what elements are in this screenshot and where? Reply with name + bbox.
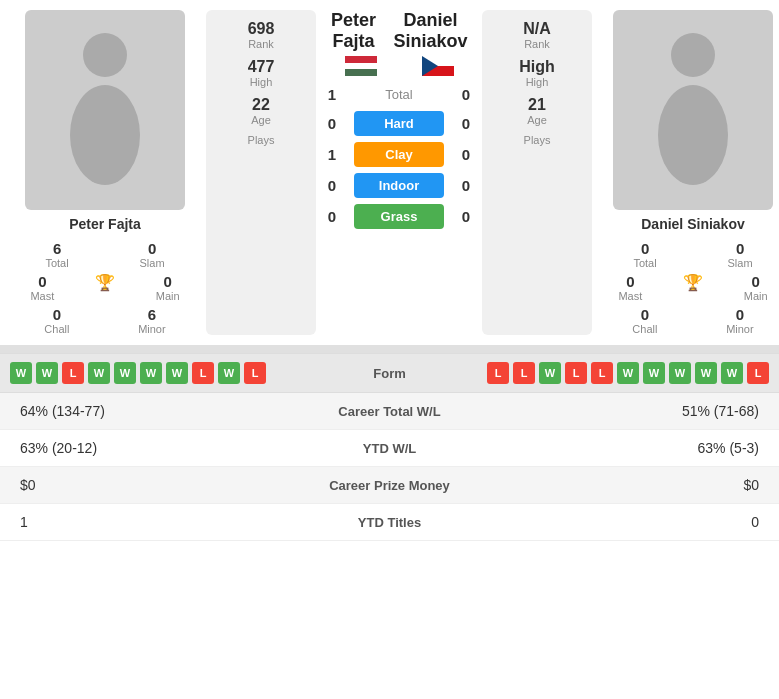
indoor-left-score: 0 [322,177,342,194]
left-trophy-icon: 🏆 [95,273,115,292]
right-age-value: 21 [527,96,547,114]
left-chall-stat: 0 Chall [44,306,69,335]
left-total-stat: 6 Total [45,240,68,269]
left-trophy-icon-container: 🏆 [95,273,115,302]
form-badge-left: W [166,362,188,384]
stats-right-val: 51% (71-68) [490,403,760,419]
stats-table-row: 63% (20-12) YTD W/L 63% (5-3) [0,430,779,467]
stats-right-val: 0 [490,514,760,530]
right-trophy-icon: 🏆 [683,273,703,292]
left-total-value: 6 [53,240,61,257]
stats-center-label: Career Prize Money [290,478,490,493]
left-age-value: 22 [251,96,271,114]
right-main-label: Main [744,290,768,302]
form-badge-right: W [669,362,691,384]
left-rank-label: Rank [248,38,275,50]
form-badge-right: L [747,362,769,384]
left-stat-row-3: 0 Chall 6 Minor [10,306,200,335]
hard-badge: Hard [354,111,444,136]
total-left-score: 1 [322,86,342,103]
form-badge-left: W [36,362,58,384]
right-mid-stats: N/A Rank High High 21 Age Plays [482,10,592,335]
right-trophy-icon-container: 🏆 [683,273,703,302]
clay-right-score: 0 [456,146,476,163]
form-right: LLWLLWWWWWL [454,362,770,384]
right-high-label: High [519,76,555,88]
right-main-stat: 0 Main [744,273,768,302]
form-badge-right: W [643,362,665,384]
stats-center-label: YTD Titles [290,515,490,530]
left-player-stats: 6 Total 0 Slam 0 Mast 🏆 [10,240,200,335]
right-stat-row-3: 0 Chall 0 Minor [598,306,779,335]
right-chall-stat: 0 Chall [632,306,657,335]
left-age-stat: 22 Age [251,96,271,126]
right-stat-row-2: 0 Mast 🏆 0 Main [598,273,779,302]
form-badge-left: L [192,362,214,384]
right-rank-label: Rank [523,38,551,50]
grass-badge: Grass [354,204,444,229]
total-row: 1 Total 0 [322,86,476,103]
right-high-stat: High High [519,58,555,88]
left-plays-stat: Plays [248,134,275,146]
form-badge-left: L [244,362,266,384]
left-high-label: High [248,76,275,88]
indoor-badge: Indoor [354,173,444,198]
left-silhouette-icon [55,25,155,195]
left-total-label: Total [45,257,68,269]
surface-rows: 0 Hard 0 1 Clay 0 0 Indoor 0 0 Grass [322,111,476,229]
left-mast-value: 0 [38,273,46,290]
total-right-score: 0 [456,86,476,103]
left-minor-stat: 6 Minor [138,306,166,335]
stats-left-val: $0 [20,477,290,493]
right-age-label: Age [527,114,547,126]
right-minor-value: 0 [736,306,744,323]
right-flag-czech [422,56,454,76]
stats-left-val: 63% (20-12) [20,440,290,456]
form-badge-right: W [721,362,743,384]
left-main-stat: 0 Main [156,273,180,302]
right-plays-label: Plays [524,134,551,146]
form-badge-right: W [539,362,561,384]
left-chall-label: Chall [44,323,69,335]
right-mast-label: Mast [618,290,642,302]
left-high-stat: 477 High [248,58,275,88]
right-slam-label: Slam [728,257,753,269]
right-age-stat: 21 Age [527,96,547,126]
right-mast-stat: 0 Mast [618,273,642,302]
stats-left-val: 64% (134-77) [20,403,290,419]
right-plays-stat: Plays [524,134,551,146]
form-badge-right: W [617,362,639,384]
right-total-label: Total [633,257,656,269]
left-player-photo [25,10,185,210]
stats-table-row: 64% (134-77) Career Total W/L 51% (71-68… [0,393,779,430]
right-minor-stat: 0 Minor [726,306,754,335]
left-main-value: 0 [164,273,172,290]
form-badge-right: W [695,362,717,384]
form-badge-left: W [114,362,136,384]
right-slam-stat: 0 Slam [728,240,753,269]
form-badge-right: L [513,362,535,384]
left-mast-stat: 0 Mast [30,273,54,302]
form-badge-right: L [591,362,613,384]
form-left: WWLWWWWLWL [10,362,326,384]
left-mid-stats: 698 Rank 477 High 22 Age Plays [206,10,316,335]
form-badge-left: W [218,362,240,384]
hard-right-score: 0 [456,115,476,132]
right-player-photo [613,10,773,210]
svg-point-0 [83,33,127,77]
right-silhouette-icon [643,25,743,195]
right-chall-value: 0 [641,306,649,323]
left-stat-row-2: 0 Mast 🏆 0 Main [10,273,200,302]
left-minor-value: 6 [148,306,156,323]
left-minor-label: Minor [138,323,166,335]
form-badge-left: W [10,362,32,384]
right-mast-value: 0 [626,273,634,290]
right-minor-label: Minor [726,323,754,335]
form-section: WWLWWWWLWL Form LLWLLWWWWWL [0,353,779,392]
left-flag-hungary [345,56,377,76]
players-section: Peter Fajta 6 Total 0 Slam 0 Mast [0,0,779,345]
right-slam-value: 0 [736,240,744,257]
left-name-header: Peter Fajta [322,10,385,52]
left-player-name: Peter Fajta [69,216,141,232]
hard-left-score: 0 [322,115,342,132]
